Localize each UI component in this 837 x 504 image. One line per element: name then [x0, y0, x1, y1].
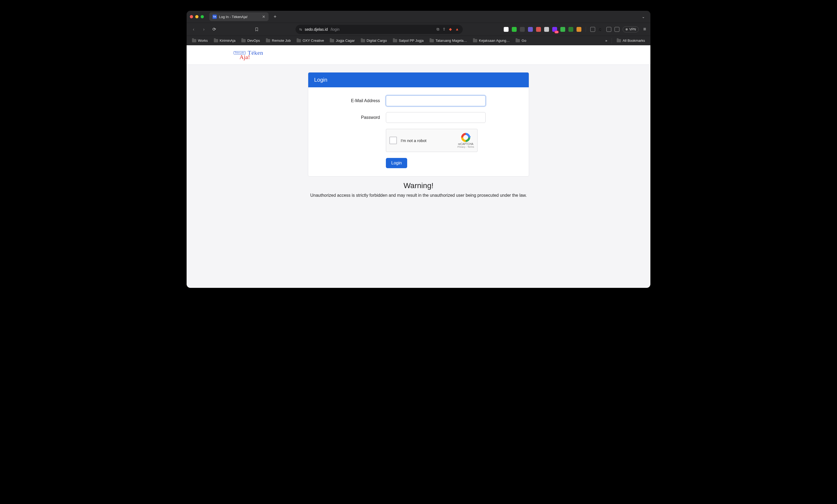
password-input[interactable] [386, 112, 486, 123]
extension-icon[interactable] [576, 27, 581, 32]
recaptcha-brand: reCAPTCHA Privacy - Terms [457, 133, 474, 148]
bookmark-page-button[interactable] [253, 25, 261, 33]
reader-icon[interactable] [615, 27, 619, 32]
extension-icon[interactable] [520, 27, 525, 32]
extension-icon[interactable] [544, 27, 549, 32]
recaptcha-checkbox[interactable] [389, 137, 397, 144]
logo-line2: Aja! [239, 54, 250, 60]
back-button[interactable]: ‹ [190, 25, 197, 33]
separator [586, 27, 586, 32]
bookmark-item[interactable]: Kejaksaan Agung… [471, 37, 512, 44]
url-path: /login [331, 27, 339, 32]
recaptcha-icon [461, 133, 470, 142]
bookmark-label: Works [198, 38, 208, 42]
bookmark-item[interactable]: Remote Job [264, 37, 293, 44]
bookmark-item[interactable]: KiriminAja [212, 37, 238, 44]
bookmark-item[interactable]: Digital Cargo [359, 37, 389, 44]
site-logo[interactable]: Teken pake Téken Aja! [233, 50, 263, 60]
folder-icon [192, 39, 196, 42]
share-icon[interactable]: ⇪ [443, 27, 446, 32]
music-icon[interactable]: ♫ [598, 27, 603, 32]
folder-icon [430, 39, 434, 42]
warning-body: Unauthorized access is strictly forbidde… [308, 192, 529, 199]
brave-shields-icon[interactable]: ◆ [449, 27, 452, 32]
password-label: Password [316, 115, 386, 120]
app-menu-button[interactable]: ≡ [642, 26, 647, 32]
page-viewport: Teken pake Téken Aja! Login E-Mail Addre… [186, 45, 651, 288]
folder-icon [266, 39, 270, 42]
tabs-dropdown-button[interactable]: ⌄ [640, 15, 647, 19]
folder-icon [393, 39, 397, 42]
recaptcha-text: I'm not a robot [401, 138, 426, 143]
bookmark-item[interactable]: Satpol PP Jogja [391, 37, 426, 44]
bookmark-item[interactable]: Tataruang Magela… [427, 37, 469, 44]
minimize-window-button[interactable] [195, 15, 198, 18]
url-host: sedo.djelas.id [305, 27, 328, 32]
bookmark-item[interactable]: OXY Creative [295, 37, 326, 44]
email-input[interactable] [386, 95, 486, 106]
title-bar: TA Log In - TékenAja! ✕ + ⌄ [186, 11, 651, 23]
bookmark-label: Satpol PP Jogja [399, 38, 424, 42]
cast-icon[interactable]: ⧉ [437, 27, 439, 32]
bookmarks-bar: WorksKiriminAjaDevOpsRemote JobOXY Creat… [186, 36, 651, 45]
new-tab-button[interactable]: + [271, 13, 279, 20]
extension-icons: ♫ VPN ≡ [504, 26, 647, 32]
recaptcha-privacy-link[interactable]: Privacy [457, 146, 465, 148]
bookmark-label: Tataruang Magela… [435, 38, 467, 42]
logo-line1: Téken [248, 50, 263, 56]
separator [611, 38, 612, 43]
bookmarks-list: WorksKiriminAjaDevOpsRemote JobOXY Creat… [190, 37, 529, 44]
bookmark-label: Remote Job [272, 38, 291, 42]
site-header: Teken pake Téken Aja! [186, 45, 651, 65]
site-settings-icon[interactable]: ⇆ [299, 28, 302, 31]
folder-icon [241, 39, 246, 42]
bookmark-label: Digital Cargo [367, 38, 387, 42]
all-bookmarks-button[interactable]: All Bookmarks [615, 37, 647, 44]
bookmark-item[interactable]: Go [513, 37, 528, 44]
login-card: Login E-Mail Address Password I'm not a … [308, 72, 529, 177]
folder-icon [473, 39, 477, 42]
sidebar-icon[interactable] [606, 27, 611, 32]
bookmarks-overflow-button[interactable]: » [604, 38, 609, 42]
bookmark-label: OXY Creative [303, 38, 324, 42]
extension-icon[interactable] [528, 27, 533, 32]
maximize-window-button[interactable] [201, 15, 204, 18]
extension-icon[interactable] [560, 27, 565, 32]
login-button[interactable]: Login [386, 158, 407, 168]
reload-button[interactable]: ⟳ [210, 25, 218, 33]
folder-icon [361, 39, 365, 42]
close-window-button[interactable] [190, 15, 193, 18]
tab-close-icon[interactable]: ✕ [262, 15, 265, 19]
browser-tab[interactable]: TA Log In - TékenAja! ✕ [209, 13, 269, 21]
brave-wallet-icon[interactable]: ▲ [455, 27, 459, 32]
bookmark-item[interactable]: DevOps [239, 37, 262, 44]
card-title: Login [308, 72, 529, 87]
bookmark-label: KiriminAja [220, 38, 236, 42]
vpn-button[interactable]: VPN [623, 26, 639, 32]
password-row: Password [316, 112, 521, 123]
email-row: E-Mail Address [316, 95, 521, 106]
recaptcha-legal: Privacy - Terms [457, 146, 474, 148]
recaptcha-terms-link[interactable]: Terms [467, 146, 474, 148]
extension-icon[interactable] [568, 27, 573, 32]
tab-favicon: TA [213, 15, 217, 19]
extension-icon[interactable] [512, 27, 517, 32]
extensions-menu-icon[interactable] [590, 27, 595, 32]
recaptcha-widget: I'm not a robot reCAPTCHA Privacy - Term… [386, 129, 478, 152]
address-bar[interactable]: ⇆ sedo.djelas.id/login ⧉ ⇪ ◆ ▲ [296, 25, 463, 34]
bookmark-item[interactable]: Works [190, 37, 210, 44]
extension-icon[interactable] [552, 27, 557, 32]
bookmark-label: Jogja Cagar [336, 38, 355, 42]
toolbar: ‹ › ⟳ ⇆ sedo.djelas.id/login ⧉ ⇪ ◆ ▲ [186, 23, 651, 36]
extension-icon[interactable] [536, 27, 541, 32]
bookmark-label: DevOps [247, 38, 260, 42]
bookmark-item[interactable]: Jogja Cagar [327, 37, 357, 44]
page-content: Login E-Mail Address Password I'm not a … [186, 65, 651, 210]
card-body: E-Mail Address Password I'm not a robot … [308, 87, 529, 176]
extension-icon[interactable] [504, 27, 509, 32]
forward-button[interactable]: › [200, 25, 208, 33]
bookmark-label: Kejaksaan Agung… [479, 38, 510, 42]
recaptcha-brand-name: reCAPTCHA [457, 143, 474, 146]
bookmark-label: Go [521, 38, 526, 42]
folder-icon [617, 39, 621, 42]
